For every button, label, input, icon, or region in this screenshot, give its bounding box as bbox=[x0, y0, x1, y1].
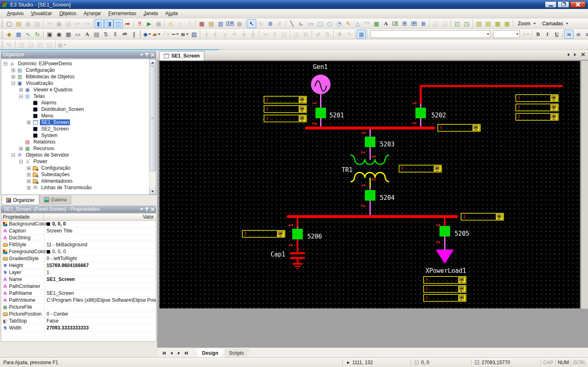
menu-visualizar[interactable]: Visualizar bbox=[27, 9, 56, 18]
insert-updown-button[interactable]: ⇕ bbox=[111, 30, 120, 39]
property-value[interactable] bbox=[44, 283, 156, 290]
next-warning-button[interactable]: ⚠ bbox=[185, 19, 194, 28]
open-domain-button[interactable]: ▤ bbox=[14, 19, 23, 28]
line-width-button[interactable]: ≡ bbox=[180, 30, 189, 39]
object-libraries-button[interactable]: ▥ bbox=[216, 19, 225, 28]
display-box[interactable]: ! bbox=[424, 276, 466, 283]
panel-menu-icon[interactable] bbox=[140, 208, 143, 210]
insert-e3alarm-button[interactable]: ◆ bbox=[4, 30, 14, 39]
collapse-icon[interactable] bbox=[19, 160, 23, 164]
tree-item-linhas-transmissao[interactable]: ЖLinhas de Transmissão bbox=[1, 184, 149, 191]
insert-picture-button[interactable]: ▦ bbox=[372, 19, 381, 28]
insert-splitter-button[interactable]: ∥ bbox=[129, 30, 139, 39]
select-pointer-button[interactable]: ↖ bbox=[247, 19, 256, 28]
tab-organizer[interactable]: Organizer bbox=[2, 195, 39, 205]
property-value[interactable]: False bbox=[44, 318, 156, 324]
panel-menu-icon[interactable] bbox=[140, 54, 143, 56]
tree-item-viewer-quadros[interactable]: ▣Viewer e Quadros bbox=[1, 86, 149, 93]
load-xpowerload1[interactable] bbox=[436, 250, 454, 264]
property-value[interactable]: Screen Title bbox=[44, 228, 156, 234]
insert-display-button[interactable]: a bbox=[400, 19, 409, 28]
bold-button[interactable]: B bbox=[533, 30, 543, 39]
copy-button[interactable]: ▣ bbox=[54, 19, 64, 28]
display-box[interactable]: ! bbox=[424, 285, 466, 292]
breaker-5206[interactable] bbox=[292, 229, 303, 239]
draw-pencil-button[interactable]: ✎ bbox=[344, 19, 353, 28]
property-value[interactable]: 27093.3333333333 bbox=[44, 325, 156, 331]
tree-item-power-configuracao[interactable]: Configuração bbox=[1, 165, 149, 171]
text-align-left-button[interactable]: ≡ bbox=[564, 30, 574, 39]
domain-warnings-button[interactable]: ⚠ bbox=[166, 19, 175, 28]
expand-icon[interactable] bbox=[19, 88, 23, 92]
property-row-pictureposition[interactable]: PicturePosition0 - Center bbox=[1, 311, 156, 318]
property-value[interactable]: 0 - Center bbox=[44, 311, 156, 317]
property-value[interactable]: 0, 0, 0 bbox=[44, 221, 156, 227]
insert-e3browser-button[interactable]: ▦ bbox=[14, 30, 23, 39]
insert-radio-button[interactable]: ◉ bbox=[54, 30, 64, 39]
rotate-points-button[interactable]: ↷ bbox=[344, 30, 354, 39]
previous-warning-button[interactable]: ⚠ bbox=[175, 19, 185, 28]
tab-design[interactable]: Design bbox=[195, 349, 225, 357]
display-box[interactable]: ! bbox=[461, 213, 504, 220]
align-left-button[interactable]: ╞ bbox=[202, 30, 211, 39]
align-bottom-button[interactable]: ╧ bbox=[230, 30, 239, 39]
menu-janela[interactable]: Janela bbox=[140, 9, 162, 18]
tree-item-subestacoes[interactable]: Subestações bbox=[1, 171, 149, 178]
more-position-button[interactable]: ▣ bbox=[57, 40, 67, 49]
design-canvas[interactable]: 520152025203520452055206Gen1TR1Cap1XPowe… bbox=[159, 61, 580, 309]
cut-button[interactable]: ✂ bbox=[45, 19, 54, 28]
insert-setpoint-button[interactable]: .2 bbox=[391, 19, 400, 28]
toggle-properties-button[interactable]: ◫ bbox=[113, 19, 123, 28]
insert-e3chart-button[interactable]: ∿ bbox=[23, 30, 33, 39]
remove-association-button[interactable]: ✗ bbox=[275, 19, 284, 28]
property-row-docstring[interactable]: ADocString bbox=[1, 234, 156, 241]
property-row-width[interactable]: 9Width27093.3333333333 bbox=[1, 325, 156, 332]
tree-item-dominio[interactable]: ⌂Domínio: E3PowerDemo bbox=[1, 60, 149, 67]
menu-arquivo[interactable]: Arquivo bbox=[3, 9, 27, 18]
display-box[interactable]: ! bbox=[264, 115, 306, 122]
label-gen1[interactable]: Gen1 bbox=[313, 63, 328, 71]
toolbar-grip[interactable] bbox=[1, 20, 3, 28]
column-propriedade[interactable]: Propriedade bbox=[1, 214, 44, 220]
font-size-combo[interactable] bbox=[493, 30, 520, 38]
toolbar-grip[interactable] bbox=[139, 30, 141, 38]
pin-icon[interactable] bbox=[146, 208, 147, 211]
breaker-5203[interactable] bbox=[365, 137, 375, 147]
draw-arc-button[interactable]: ◔ bbox=[334, 19, 344, 28]
toggle-gallery-button[interactable]: ◨ bbox=[104, 19, 113, 28]
property-value[interactable]: SE1_Screen bbox=[44, 276, 156, 283]
property-value[interactable]: 15769.9604166667 bbox=[44, 262, 156, 269]
scroll-up-icon[interactable] bbox=[149, 59, 156, 66]
italic-button[interactable]: I bbox=[543, 30, 552, 39]
layers-dropdown[interactable]: Camadas bbox=[539, 19, 572, 28]
insert-e3query-button[interactable]: ↻ bbox=[33, 30, 42, 39]
breaker-5201-label[interactable]: 5201 bbox=[329, 112, 344, 119]
display-box[interactable]: ! bbox=[264, 96, 306, 103]
property-value[interactable] bbox=[44, 304, 156, 310]
insert-list-button[interactable]: ≣ bbox=[419, 19, 428, 28]
collapse-icon[interactable] bbox=[11, 153, 15, 157]
close-document-icon[interactable] bbox=[581, 53, 585, 56]
move-points-button[interactable]: ✚ bbox=[335, 30, 344, 39]
save-all-button[interactable]: ▥ bbox=[33, 19, 42, 28]
expand-icon[interactable] bbox=[27, 173, 31, 177]
display-box[interactable]: ! bbox=[264, 106, 306, 113]
property-row-pathcontainer[interactable]: APathContainer bbox=[1, 283, 156, 290]
save-button[interactable]: ▦ bbox=[23, 19, 33, 28]
tree-item-distribution-screen[interactable]: Distribution_Screen bbox=[1, 106, 149, 113]
tree-item-recursos[interactable]: ▦Recursos bbox=[1, 145, 149, 152]
minimize-button[interactable] bbox=[545, 1, 557, 8]
draw-rectangle-button[interactable]: ▭ bbox=[306, 19, 315, 28]
shift-right-button[interactable]: ◱ bbox=[45, 40, 54, 49]
brush-button[interactable]: ▰ bbox=[152, 30, 161, 39]
breaker-5201[interactable] bbox=[315, 108, 326, 118]
align-right-button[interactable]: ╡ bbox=[211, 30, 220, 39]
tree-item-alarms[interactable]: Alarms bbox=[1, 99, 149, 106]
menu-arranjar[interactable]: Arranjar bbox=[80, 9, 105, 18]
font-family-combo[interactable] bbox=[370, 30, 490, 38]
menu-ferramentas[interactable]: Ferramentas bbox=[105, 9, 140, 18]
insert-spin-button[interactable]: ⇅ bbox=[101, 30, 111, 39]
property-value[interactable] bbox=[44, 234, 156, 241]
font-color-button[interactable]: A bbox=[521, 30, 530, 39]
same-height-button[interactable]: ↕ bbox=[270, 30, 280, 39]
